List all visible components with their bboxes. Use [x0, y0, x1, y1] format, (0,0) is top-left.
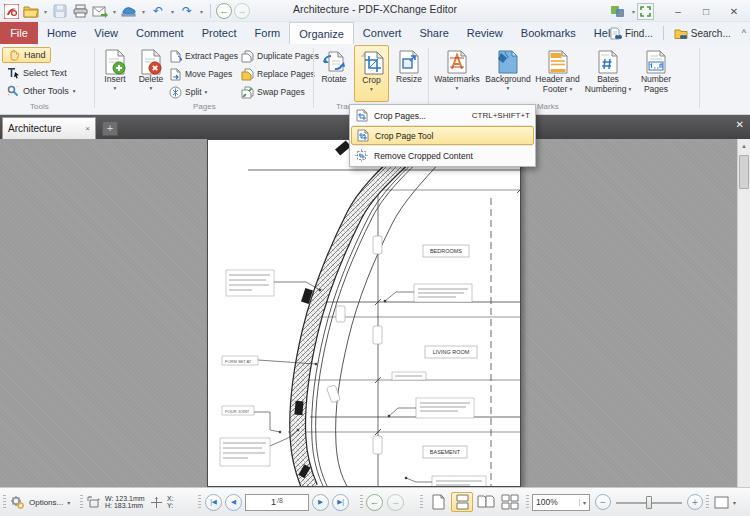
rotate-button[interactable]: Rotate: [317, 45, 351, 102]
tab-bookmarks[interactable]: Bookmarks: [512, 22, 585, 44]
vertical-scrollbar[interactable]: ▲: [737, 139, 750, 487]
scan-dropdown-icon[interactable]: ▾: [140, 8, 147, 15]
redo-icon[interactable]: ↷: [178, 2, 196, 20]
number-pages-icon: [643, 48, 669, 75]
document-canvas[interactable]: BEDROOMS LIVING ROOM BASEMENT: [0, 139, 750, 487]
ui-options-dropdown-icon[interactable]: ▾: [630, 8, 637, 15]
zoom-slider[interactable]: [616, 494, 682, 511]
split-button[interactable]: Split ▾: [169, 84, 207, 100]
tab-comment[interactable]: Comment: [127, 22, 193, 44]
history-forward-button[interactable]: →: [234, 3, 250, 19]
resize-button[interactable]: Resize: [392, 45, 426, 102]
duplicate-pages-button[interactable]: Duplicate Pages: [241, 48, 319, 64]
tab-view[interactable]: View: [85, 22, 127, 44]
zoom-in-button[interactable]: +: [687, 494, 703, 510]
redo-dropdown-icon[interactable]: ▾: [198, 8, 205, 15]
maximize-button[interactable]: □: [692, 2, 720, 20]
undo-icon[interactable]: ↶: [149, 2, 167, 20]
move-pages-button[interactable]: Move Pages: [169, 66, 232, 82]
number-pages-button[interactable]: Number Pages: [634, 45, 678, 102]
header-footer-icon: [545, 48, 571, 75]
tab-review[interactable]: Review: [458, 22, 512, 44]
zoom-out-button[interactable]: −: [595, 494, 611, 510]
header-footer-button[interactable]: Header and Footer▾: [533, 45, 582, 102]
ui-options-button[interactable]: [610, 4, 626, 18]
grip-handle[interactable]: [3, 495, 6, 509]
status-bar: Options... ▾ W: 123.1mmH: 183.1mm X:Y: |…: [0, 487, 750, 516]
grip-handle[interactable]: [360, 495, 363, 509]
other-tools-button[interactable]: Other Tools ▾: [2, 83, 80, 99]
bates-numbering-button[interactable]: Bates Numbering▾: [584, 45, 632, 102]
tab-organize[interactable]: Organize: [289, 22, 354, 44]
page-number-input[interactable]: 1 /8: [245, 494, 309, 511]
layout-two-up-button[interactable]: [475, 492, 497, 512]
history-back-button[interactable]: ←: [216, 3, 232, 19]
tab-convert[interactable]: Convert: [354, 22, 411, 44]
fullscreen-button[interactable]: [637, 3, 654, 20]
grip-handle[interactable]: [706, 495, 709, 509]
zoom-level-select[interactable]: 100% ▾: [532, 494, 590, 511]
collapse-ribbon-button[interactable]: ^: [742, 28, 746, 38]
menu-item-remove-cropped-content[interactable]: Remove Cropped Content: [351, 146, 534, 165]
title-bar: ▾ ▾ ▾ ↶ ▾ ↷ ▾ ← → Architecture - PDF-XCh…: [0, 0, 750, 22]
scan-button[interactable]: [120, 2, 138, 20]
fit-page-button[interactable]: [712, 492, 730, 512]
group-separator: [699, 48, 700, 108]
tab-close-icon[interactable]: ×: [85, 124, 90, 133]
zoom-slider-thumb[interactable]: [646, 496, 652, 509]
view-back-button[interactable]: ←: [366, 494, 383, 511]
first-page-button[interactable]: |◀: [205, 494, 222, 511]
open-button[interactable]: [22, 2, 40, 20]
layout-two-up-continuous-button[interactable]: [499, 492, 521, 512]
tab-share[interactable]: Share: [410, 22, 457, 44]
replace-pages-button[interactable]: Replace Pages: [241, 66, 315, 82]
save-button[interactable]: [51, 2, 69, 20]
print-button[interactable]: [71, 2, 89, 20]
select-text-button[interactable]: Select Text: [2, 65, 71, 81]
email-button[interactable]: [91, 2, 109, 20]
extract-pages-button[interactable]: Extract Pages: [169, 48, 238, 64]
page-plus-icon: [102, 48, 128, 75]
fit-options-dropdown-icon[interactable]: ▾: [733, 499, 736, 506]
email-dropdown-icon[interactable]: ▾: [111, 8, 118, 15]
background-button[interactable]: Background ▾: [484, 45, 532, 102]
grip-handle[interactable]: [526, 495, 529, 509]
hand-tool-button[interactable]: Hand: [2, 47, 51, 63]
insert-button[interactable]: Insert ▾: [98, 45, 132, 102]
close-button[interactable]: ✕: [720, 2, 748, 20]
scrollbar-thumb[interactable]: [739, 155, 749, 189]
tab-form[interactable]: Form: [246, 22, 290, 44]
grip-handle[interactable]: [80, 495, 83, 509]
last-page-button[interactable]: ▶|: [332, 494, 349, 511]
crop-page-tool-label: Crop Page Tool: [375, 131, 433, 141]
replace-pages-label: Replace Pages: [257, 69, 315, 79]
tabbar-close-button[interactable]: ✕: [736, 119, 744, 130]
select-text-label: Select Text: [23, 68, 67, 78]
tab-file[interactable]: File: [0, 22, 38, 44]
next-page-button[interactable]: ▶: [312, 494, 329, 511]
document-page[interactable]: BEDROOMS LIVING ROOM BASEMENT: [207, 139, 521, 487]
view-forward-button[interactable]: →: [387, 494, 404, 511]
tab-protect[interactable]: Protect: [193, 22, 246, 44]
grip-handle[interactable]: [420, 495, 423, 509]
find-button[interactable]: Find...: [606, 26, 656, 41]
document-tab-architecture[interactable]: Architecture ×: [2, 117, 96, 139]
layout-single-continuous-button[interactable]: [451, 492, 473, 512]
menu-item-crop-page-tool[interactable]: Crop Page Tool: [351, 126, 534, 145]
swap-pages-button[interactable]: Swap Pages: [241, 84, 305, 100]
undo-dropdown-icon[interactable]: ▾: [169, 8, 176, 15]
new-tab-button[interactable]: +: [102, 121, 118, 136]
crop-button[interactable]: Crop ▾: [354, 45, 389, 102]
prev-page-button[interactable]: ◀: [225, 494, 242, 511]
delete-button[interactable]: Delete ▾: [134, 45, 168, 102]
layout-single-page-button[interactable]: [427, 492, 449, 512]
options-button[interactable]: Options... ▾: [9, 488, 70, 516]
minimize-button[interactable]: –: [664, 2, 692, 20]
grip-handle[interactable]: [198, 495, 201, 509]
scroll-up-icon[interactable]: ▲: [738, 139, 750, 153]
watermarks-button[interactable]: Watermarks ▾: [432, 45, 482, 102]
tab-home[interactable]: Home: [38, 22, 85, 44]
open-dropdown-icon[interactable]: ▾: [42, 8, 49, 15]
menu-item-crop-pages[interactable]: Crop Pages... CTRL+SHIFT+T: [351, 106, 534, 125]
search-button[interactable]: Search...: [671, 26, 734, 41]
